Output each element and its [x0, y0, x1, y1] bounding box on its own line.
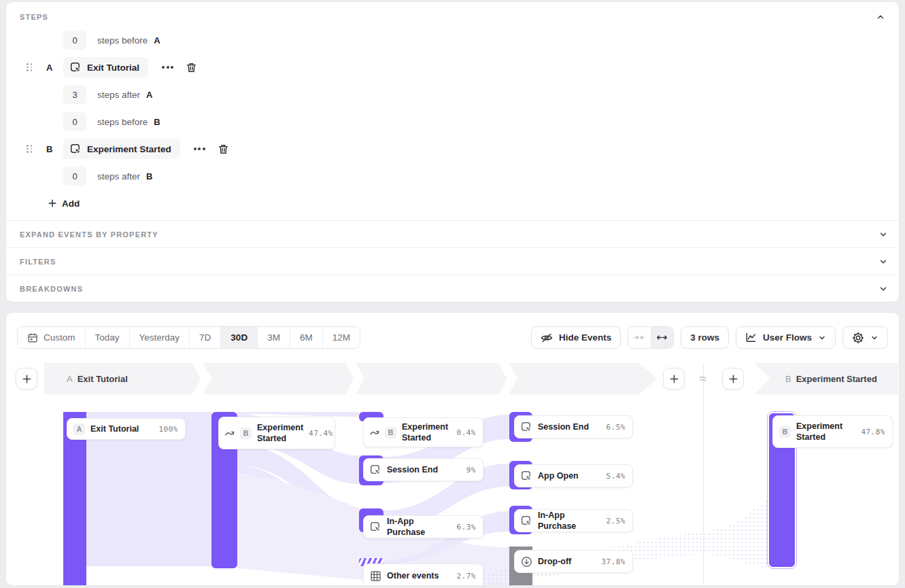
- trash-icon: [186, 62, 197, 73]
- range-3m-button[interactable]: 3M: [257, 327, 290, 348]
- range-12m-button[interactable]: 12M: [322, 327, 360, 348]
- step-a-event-label: Exit Tutorial: [87, 63, 139, 73]
- offset-label: steps before: [97, 117, 148, 127]
- node-card-experiment-started-47[interactable]: B Experiment Started 47.4%: [218, 417, 335, 449]
- add-step-button[interactable]: Add: [48, 198, 80, 209]
- chevron-down-icon: [878, 284, 888, 294]
- settings-button[interactable]: [842, 326, 888, 349]
- range-custom-button[interactable]: Custom: [18, 327, 85, 348]
- steps-collapse-button[interactable]: [873, 10, 888, 24]
- range-7d-button[interactable]: 7D: [189, 327, 220, 348]
- chevron-up-icon: [876, 12, 885, 22]
- step-b-letter: B: [46, 144, 54, 154]
- band-step-letter: B: [785, 374, 791, 384]
- view-type-label: User Flows: [763, 332, 812, 343]
- step-b-header-band[interactable]: B Experiment Started: [754, 363, 898, 394]
- step-b-delete-button[interactable]: [218, 143, 229, 155]
- indirect-arrow-icon: [370, 429, 379, 436]
- range-6m-button[interactable]: 6M: [290, 327, 322, 348]
- arrows-inward-icon: [634, 332, 645, 343]
- add-column-after-a-button[interactable]: [663, 368, 685, 390]
- toolbar-right-group: Hide Events 3 rows: [531, 326, 888, 349]
- expand-columns-button[interactable]: [651, 327, 673, 348]
- range-label: 6M: [300, 332, 313, 343]
- node-card-session-end-65[interactable]: Session End 6.5%: [514, 415, 633, 438]
- flows-chart-icon: [745, 332, 757, 343]
- add-step-label: Add: [62, 198, 80, 209]
- node-card-experiment-started-478[interactable]: B Experiment Started 47.8%: [772, 415, 893, 448]
- chevron-down-icon: [818, 334, 826, 342]
- add-row: Add: [6, 190, 899, 217]
- section-label: BREAKDOWNS: [20, 285, 83, 293]
- chevron-down-icon: [878, 230, 888, 239]
- node-card-in-app-purchase-63[interactable]: In-App Purchase 6.3%: [363, 515, 483, 538]
- band-step-label: Exit Tutorial: [78, 374, 128, 384]
- add-column-before-button[interactable]: [16, 368, 37, 390]
- event-click-icon: [521, 421, 532, 433]
- offset-step-letter: B: [154, 117, 160, 127]
- plus-icon: [728, 374, 738, 384]
- node-card-experiment-started-04[interactable]: B Experiment Started 0.4%: [363, 417, 483, 447]
- step-a-event-button[interactable]: Exit Tutorial: [63, 57, 148, 77]
- calendar-icon: [27, 332, 38, 343]
- date-range-control: Custom Today Yesterday 7D 30D 3M 6M 12M: [17, 326, 360, 349]
- range-today-button[interactable]: Today: [85, 327, 129, 348]
- section-breakdowns[interactable]: BREAKDOWNS: [6, 275, 899, 302]
- steps-after-b-input[interactable]: 0: [63, 167, 86, 186]
- steps-before-a-input[interactable]: 0: [63, 31, 86, 50]
- hide-events-button[interactable]: Hide Events: [531, 326, 621, 349]
- node-card-session-end-9[interactable]: Session End 9%: [363, 458, 483, 481]
- band-step-letter: A: [67, 374, 73, 384]
- trash-icon: [218, 143, 229, 155]
- collapse-columns-button[interactable]: [628, 327, 651, 348]
- rows-count-label: 3 rows: [690, 332, 719, 343]
- event-click-icon: [370, 464, 381, 476]
- add-column-before-b-button[interactable]: [722, 368, 744, 390]
- plus-icon: [48, 198, 57, 208]
- offset-row: 3 steps after A: [6, 81, 899, 108]
- step-b-event-button[interactable]: Experiment Started: [63, 139, 180, 159]
- offset-row: 0 steps after B: [6, 162, 899, 190]
- steps-after-a-input[interactable]: 3: [63, 85, 86, 104]
- node-card-in-app-purchase-25[interactable]: In-App Purchase 2.5%: [514, 509, 633, 532]
- offset-step-letter: A: [154, 35, 160, 46]
- event-click-icon: [521, 470, 532, 482]
- flows-chart-panel: Custom Today Yesterday 7D 30D 3M 6M 12M …: [5, 312, 900, 586]
- offset-step-letter: A: [146, 90, 152, 100]
- step-b-more-button[interactable]: [191, 145, 208, 153]
- eye-slash-icon: [541, 332, 553, 344]
- offset-row: 0 steps before A: [6, 27, 899, 54]
- gear-icon: [852, 332, 864, 344]
- section-filters[interactable]: FILTERS: [6, 247, 899, 275]
- range-label: Yesterday: [139, 332, 180, 343]
- rows-count-button[interactable]: 3 rows: [681, 326, 729, 349]
- node-card-app-open[interactable]: App Open 5.4%: [514, 464, 633, 487]
- node-card-other-events[interactable]: Other events 2.7%: [363, 564, 483, 586]
- step-a-row: A Exit Tutorial: [6, 54, 899, 81]
- range-label: 7D: [199, 332, 211, 343]
- node-card-exit-tutorial[interactable]: A Exit Tutorial 100%: [67, 418, 186, 440]
- collapse-expand-control: [628, 326, 674, 349]
- drag-handle-icon[interactable]: [25, 63, 33, 71]
- range-label: 12M: [332, 332, 350, 343]
- chevron-down-icon: [878, 257, 888, 266]
- steps-title: STEPS: [20, 13, 48, 21]
- section-expand-events-by-property[interactable]: EXPAND EVENTS BY PROPERTY: [6, 220, 899, 247]
- steps-panel-header: STEPS: [6, 2, 899, 27]
- step-a-delete-button[interactable]: [186, 62, 197, 73]
- arrows-outward-icon: [656, 332, 668, 343]
- view-type-button[interactable]: User Flows: [736, 326, 836, 349]
- range-yesterday-button[interactable]: Yesterday: [129, 327, 190, 348]
- drag-handle-icon[interactable]: [25, 145, 33, 153]
- steps-before-b-input[interactable]: 0: [63, 112, 86, 131]
- step-b-event-label: Experiment Started: [87, 144, 171, 154]
- node-card-drop-off[interactable]: Drop-off 37.8%: [514, 550, 633, 573]
- range-30d-button[interactable]: 30D: [220, 327, 257, 348]
- offset-label: steps after: [97, 90, 140, 100]
- steps-panel: STEPS 0 steps before A A Exit Tutorial: [5, 1, 900, 302]
- step-a-more-button[interactable]: [159, 63, 176, 71]
- step-badge: A: [73, 423, 85, 435]
- chart-toolbar: Custom Today Yesterday 7D 30D 3M 6M 12M …: [6, 313, 899, 349]
- step-badge: B: [385, 427, 396, 438]
- flow-column-header: A Exit Tutorial ≈ B Experiment Started: [6, 363, 899, 394]
